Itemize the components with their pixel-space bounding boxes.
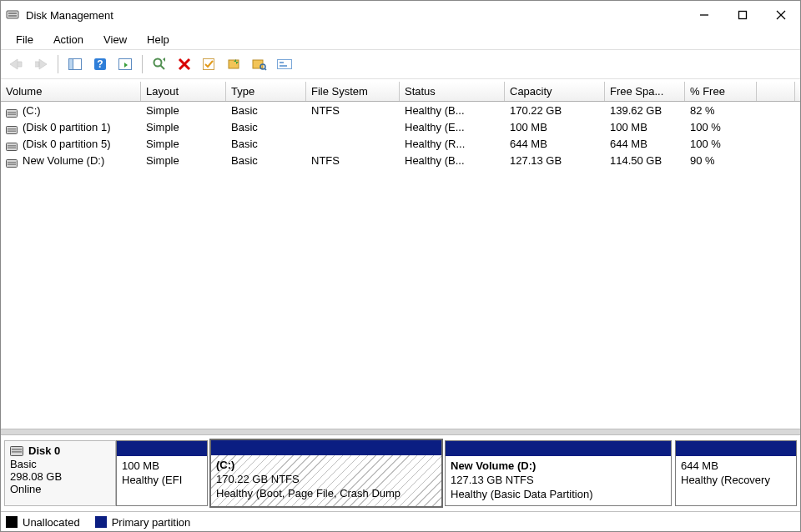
svg-text:?: ? [97,58,103,70]
svg-rect-8 [69,59,73,70]
menu-help[interactable]: Help [139,32,178,48]
partition-selected[interactable]: (C:) 170.22 GB NTFS Healthy (Boot, Page … [211,440,441,506]
table-row[interactable]: New Volume (D:) Simple Basic NTFS Health… [1,152,800,168]
disk-name: Disk 0 [28,444,60,457]
menu-view[interactable]: View [95,32,135,48]
table-row[interactable]: (Disk 0 partition 5) Simple Basic Health… [1,135,800,152]
col-status[interactable]: Status [400,82,505,101]
legend: Unallocated Primary partition [1,512,800,531]
svg-rect-32 [8,162,16,163]
toolbar-separator [58,55,58,73]
svg-rect-14 [204,59,214,70]
col-empty[interactable] [757,82,795,101]
table-row[interactable]: (C:) Simple Basic NTFS Healthy (B... 170… [1,102,800,118]
partition-label: (C:) [216,459,436,473]
partition-status: Healthy (Recovery [681,474,791,488]
titlebar: Disk Management [1,1,800,29]
svg-point-12 [154,59,162,67]
partition[interactable]: New Volume (D:) 127.13 GB NTFS Healthy (… [445,440,672,506]
svg-line-13 [161,66,165,70]
apply-button[interactable] [198,53,221,76]
partition-label: New Volume (D:) [451,459,666,474]
swatch-primary [95,516,107,528]
refresh-button[interactable] [148,53,171,76]
svg-rect-1 [8,13,17,14]
col-type[interactable]: Type [226,82,306,101]
partition-size: 644 MB [681,459,791,474]
partition[interactable]: 644 MB Healthy (Recovery [675,440,797,506]
delete-button[interactable] [173,53,196,76]
menu-action[interactable]: Action [45,32,92,48]
volume-status: Healthy (B... [400,102,505,118]
show-console-tree-button[interactable] [63,53,87,76]
settings-button[interactable] [273,53,296,76]
volume-fs [306,135,400,152]
svg-rect-35 [12,449,22,450]
disk-graph-pane: Disk 0 Basic 298.08 GB Online 100 MB Hea… [1,435,800,512]
close-button[interactable] [762,2,800,28]
volume-icon [6,124,18,133]
maximize-button[interactable] [723,2,762,28]
window-buttons [685,2,800,28]
volume-status: Healthy (E... [400,118,505,135]
col-filesystem[interactable]: File System [306,82,400,101]
table-row[interactable]: (Disk 0 partition 1) Simple Basic Health… [1,118,800,135]
partition-size: 170.22 GB NTFS [216,473,436,487]
volume-pct: 100 % [685,135,757,152]
volume-status: Healthy (R... [400,135,505,152]
svg-rect-28 [7,143,18,150]
menu-file[interactable]: File [8,32,42,48]
partition-strip: 100 MB Healthy (EFI (C:) 170.22 GB NTFS … [116,440,797,506]
action-1-button[interactable] [223,53,246,76]
volume-pct: 100 % [685,118,757,135]
volume-free: 114.50 GB [605,152,685,168]
menubar: File Action View Help [1,29,800,49]
volume-layout: Simple [141,118,226,135]
action-2-button[interactable] [248,53,271,76]
svg-rect-2 [8,15,17,17]
volume-free: 644 MB [605,135,685,152]
help-button[interactable]: ? [88,53,112,76]
col-pctfree[interactable]: % Free [685,82,757,101]
volume-icon [6,108,18,116]
legend-primary: Primary partition [112,516,191,529]
volume-status: Healthy (B... [400,152,505,168]
volume-list-header: Volume Layout Type File System Status Ca… [1,82,800,102]
col-layout[interactable]: Layout [141,82,226,101]
volume-type: Basic [226,135,306,152]
col-freespace[interactable]: Free Spa... [605,82,685,101]
volume-pct: 90 % [685,152,757,168]
disk-icon [10,446,23,456]
svg-rect-20 [280,62,284,63]
volume-icon [6,158,18,166]
volume-capacity: 644 MB [505,135,605,152]
volume-fs: NTFS [306,152,400,168]
volume-capacity: 127.13 GB [505,152,605,168]
volume-name: (Disk 0 partition 5) [23,138,110,150]
open-console-button[interactable] [113,53,137,76]
col-volume[interactable]: Volume [1,82,141,101]
volume-list: Volume Layout Type File System Status Ca… [1,79,800,429]
svg-rect-0 [7,11,18,18]
svg-rect-19 [278,60,292,69]
volume-layout: Simple [141,152,226,168]
volume-capacity: 100 MB [505,118,605,135]
partition-status: Healthy (Boot, Page File, Crash Dump [216,487,436,501]
minimize-button[interactable] [685,2,723,28]
partition-status: Healthy (EFI [122,474,202,488]
toolbar-separator [142,55,143,73]
volume-name: (C:) [23,104,41,117]
disk-label[interactable]: Disk 0 Basic 298.08 GB Online [4,440,116,506]
disk-management-window: Disk Management File Action View Help [0,0,801,532]
partition-size: 127.13 GB NTFS [451,474,666,488]
back-button[interactable] [4,53,28,76]
forward-button[interactable] [29,53,53,76]
svg-rect-27 [8,130,16,132]
col-capacity[interactable]: Capacity [505,82,605,101]
swatch-unallocated [6,516,18,528]
partition[interactable]: 100 MB Healthy (EFI [116,440,208,506]
partition-status: Healthy (Basic Data Partition) [451,488,666,502]
svg-rect-23 [8,112,16,113]
pane-splitter[interactable] [1,429,800,435]
disk-state: Online [10,483,110,495]
